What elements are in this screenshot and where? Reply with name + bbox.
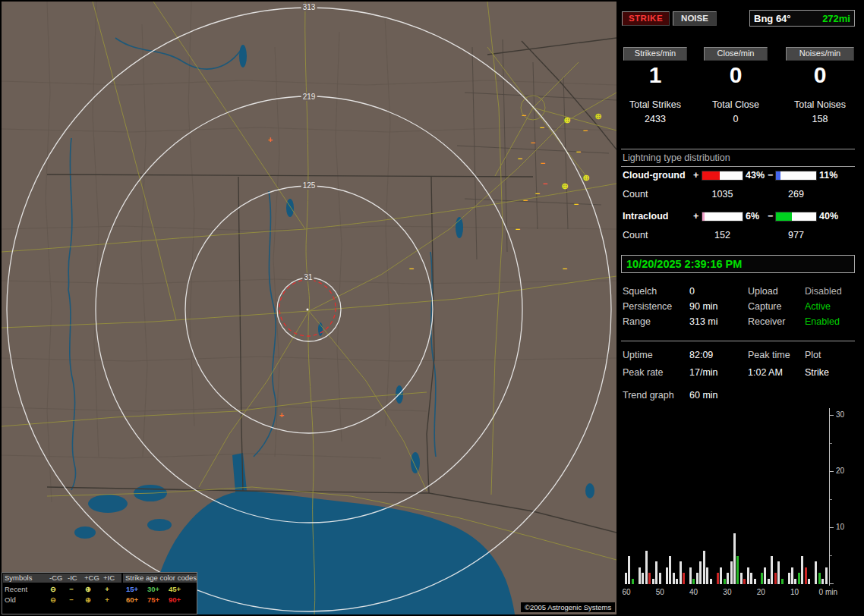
strike-symbol: ⊕ — [561, 182, 568, 190]
ic-plus-count: 152 — [702, 230, 743, 240]
copyright-text: ©2005 Astrogenic Systems — [521, 602, 615, 612]
strike-symbol: − — [516, 225, 520, 234]
pos-cg-old-icon: ⊕ — [83, 596, 93, 605]
range-ring-label: 219 — [301, 93, 317, 101]
cg-plus-count: 1035 — [702, 189, 743, 200]
trend-bar — [710, 579, 712, 584]
trend-bar — [768, 579, 770, 584]
receiver-label: Receiver — [748, 316, 785, 327]
strike-symbol: − — [409, 265, 414, 273]
trend-bar — [805, 567, 807, 584]
uptime-value: 82:09 — [689, 350, 713, 360]
cloud-ground-label: Cloud-ground — [623, 170, 686, 181]
legend-symbols-header: Symbols — [5, 574, 32, 583]
ic-plus-bar — [702, 212, 743, 222]
neg-cg-old-icon: ⊖ — [48, 596, 58, 605]
minus-sign: − — [768, 211, 773, 222]
legend-col-neg-ic: -IC — [68, 574, 77, 583]
strikes-per-min-header[interactable]: Strikes/min — [623, 47, 687, 61]
divider — [621, 149, 855, 149]
legend-col-pos-ic: +IC — [103, 574, 115, 583]
trend-bar — [794, 579, 796, 584]
age-code-30: 30+ — [147, 585, 159, 594]
cg-minus-bar-fill — [776, 171, 780, 180]
trend-bar — [733, 533, 736, 584]
neg-ic-recent-icon: − — [66, 585, 77, 594]
peak-time-value: 1:02 AM — [748, 367, 783, 378]
trend-bar — [676, 579, 678, 584]
trend-bar — [699, 561, 702, 584]
bearing-readout: Bng 64° 272mi — [749, 10, 855, 27]
trend-bar — [655, 561, 657, 584]
trend-bar — [747, 567, 749, 584]
x-tick-label: 30 — [723, 588, 731, 596]
total-strikes-value: 2433 — [623, 114, 687, 124]
y-minor-tick — [830, 555, 832, 556]
ic-minus-count: 977 — [775, 230, 817, 240]
legend-old-label: Old — [5, 596, 16, 605]
strike-symbol: − — [522, 112, 526, 120]
trend-bar — [777, 561, 780, 584]
bearing-distance: 272mi — [822, 13, 850, 24]
trend-bar — [692, 579, 695, 584]
strike-symbol: ⊕ — [594, 112, 601, 121]
trend-bar — [764, 567, 766, 584]
noises-per-min-header[interactable]: Noises/min — [786, 47, 854, 61]
plus-sign: + — [693, 211, 698, 222]
trend-bar — [788, 573, 790, 584]
close-per-min-header[interactable]: Close/min — [704, 47, 768, 61]
plot-label: Plot — [805, 350, 821, 360]
trend-graph-label: Trend graph — [623, 390, 674, 401]
y-tick-30 — [830, 415, 834, 416]
legend-col-neg-cg: -CG — [49, 574, 62, 583]
divider — [621, 341, 855, 341]
x-tick-label: 40 — [689, 588, 698, 596]
sidebar: STRIKE NOISE Bng 64° 272mi Strikes/min C… — [619, 0, 864, 616]
upload-label: Upload — [748, 286, 778, 297]
strike-map[interactable]: 313 219 125 31 ++−−⊕−⊕−−−⊕−−⊕−−−−−− Symb… — [2, 2, 616, 614]
bearing-label: Bng 64° — [754, 13, 791, 24]
pos-ic-old-icon: + — [102, 596, 112, 605]
trend-bar — [696, 573, 698, 584]
trend-bar — [680, 561, 682, 584]
peak-rate-value: 17/min — [689, 367, 718, 378]
trend-bar — [774, 573, 777, 584]
y-tick-0 — [830, 583, 834, 584]
x-tick-label: 20 — [757, 588, 765, 596]
persistence-value: 90 min — [689, 301, 718, 312]
trend-bar — [642, 573, 644, 584]
x-tick-label: 50 — [656, 588, 664, 596]
ic-minus-bar — [775, 212, 817, 222]
trend-bars — [625, 410, 829, 584]
trend-bar — [781, 579, 784, 584]
trend-bar — [673, 573, 675, 584]
trend-graph-window: 60 min — [689, 390, 718, 401]
total-strikes-label: Total Strikes — [623, 99, 687, 110]
squelch-value: 0 — [689, 286, 695, 297]
range-ring-label: 313 — [301, 3, 317, 11]
plot-mode-value: Strike — [805, 367, 829, 378]
trend-bar — [798, 573, 800, 584]
strike-mode-button[interactable]: STRIKE — [622, 11, 670, 26]
strike-symbol: − — [531, 139, 535, 147]
y-tick-10 — [830, 527, 834, 528]
cg-plus-bar — [702, 171, 743, 181]
range-ring-label: 31 — [302, 273, 314, 281]
strike-symbol: − — [543, 180, 547, 188]
trend-bar — [666, 567, 668, 584]
peak-time-label: Peak time — [748, 350, 790, 360]
age-code-60: 60+ — [126, 596, 138, 605]
close-per-min-value: 0 — [704, 63, 768, 87]
noise-mode-button[interactable]: NOISE — [673, 11, 717, 26]
capture-label: Capture — [748, 301, 781, 312]
trend-bar — [717, 573, 719, 584]
trend-bar — [724, 579, 726, 584]
ic-minus-bar-fill — [776, 212, 792, 221]
neg-cg-recent-icon: ⊖ — [48, 585, 58, 594]
trend-bar — [740, 573, 743, 584]
y-tick-label-10: 10 — [836, 523, 844, 531]
ic-minus-pct: 40% — [819, 211, 838, 222]
trend-bar — [659, 573, 661, 584]
peak-rate-label: Peak rate — [623, 367, 664, 378]
legend-age-header: Strike age color codes — [125, 574, 197, 583]
